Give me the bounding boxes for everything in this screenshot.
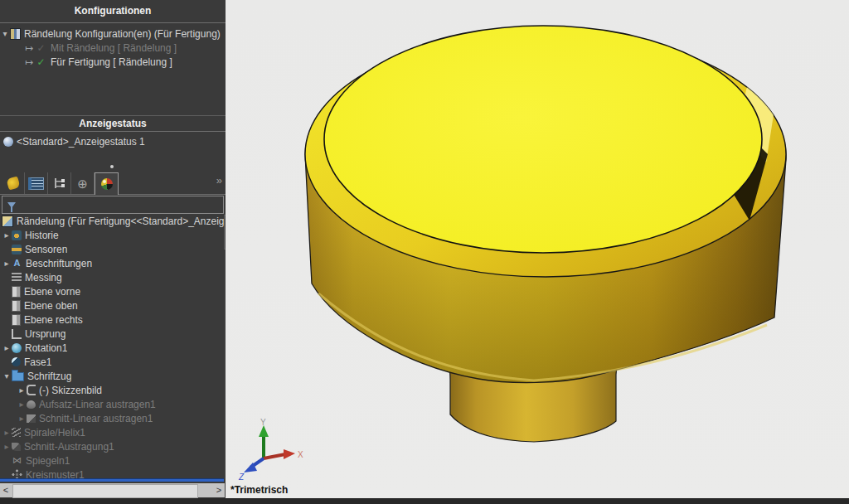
config-label: Mit Rändelung [ Rändelung ] bbox=[51, 42, 177, 54]
expand-caret-icon[interactable]: ▸ bbox=[2, 428, 12, 437]
tab-overflow-chevron-icon[interactable]: » bbox=[216, 174, 222, 187]
tree-item-messing[interactable]: Messing bbox=[2, 270, 224, 284]
tree-item-schriftzug[interactable]: ▾ Schriftzug bbox=[2, 369, 224, 383]
tree-item-skizzenbild[interactable]: ▸ (-) Skizzenbild bbox=[2, 383, 224, 397]
branch-icon: ↦ bbox=[23, 42, 35, 54]
dimxpert-target-icon: ⊕ bbox=[77, 177, 88, 190]
helix-icon bbox=[12, 428, 21, 437]
triad-z-label: Z bbox=[238, 472, 245, 482]
folder-icon bbox=[12, 372, 24, 381]
tree-item-sensoren[interactable]: Sensoren bbox=[2, 242, 224, 256]
tree-item-label: Aufsatz-Linear austragen1 bbox=[39, 399, 156, 410]
x-axis-arrow-icon bbox=[284, 449, 295, 459]
pane-splitter-handle[interactable] bbox=[110, 165, 114, 168]
tree-item-label: Beschriftungen bbox=[26, 258, 92, 269]
plane-icon bbox=[12, 286, 21, 298]
collapse-caret-icon[interactable]: ▾ bbox=[0, 29, 10, 38]
tree-item-label: Fase1 bbox=[24, 356, 51, 368]
annotations-icon: A bbox=[12, 258, 22, 269]
swept-cut-icon bbox=[12, 443, 21, 451]
tree-item-aufsatz-linear-austragen1[interactable]: ▸ Aufsatz-Linear austragen1 bbox=[2, 397, 224, 411]
tree-item-label: Spiegeln1 bbox=[26, 455, 70, 467]
triad-x-label: X bbox=[298, 450, 303, 459]
expand-caret-icon[interactable]: ▸ bbox=[2, 343, 12, 352]
tree-item-fase1[interactable]: Fase1 bbox=[2, 355, 224, 369]
config-root-row[interactable]: ▾ Rändelung Konfiguration(en) (Für Ferti… bbox=[0, 27, 226, 41]
tree-item-label: Ebene rechts bbox=[24, 314, 83, 326]
tree-root-row[interactable]: Rändelung (Für Fertigung<<Standard>_Anze… bbox=[2, 214, 224, 228]
tree-item-ursprung[interactable]: Ursprung bbox=[2, 327, 224, 341]
revolve-feature-icon bbox=[12, 343, 22, 353]
tree-item-label: Schnitt-Linear austragen1 bbox=[39, 413, 153, 424]
tab-dimxpert-manager[interactable]: ⊕ bbox=[71, 172, 95, 194]
tree-item-historie[interactable]: ▸ Historie bbox=[2, 228, 224, 242]
material-icon bbox=[12, 273, 22, 282]
expand-caret-icon[interactable]: ▸ bbox=[2, 259, 12, 268]
branch-icon: ↦ bbox=[23, 56, 35, 68]
tree-item-rotation1[interactable]: ▸ Rotation1 bbox=[2, 341, 224, 355]
active-check-icon: ✓ bbox=[35, 56, 47, 68]
part-icon bbox=[2, 216, 13, 227]
tree-item-label: (-) Skizzenbild bbox=[39, 385, 102, 396]
expand-caret-icon[interactable]: ▸ bbox=[2, 442, 12, 451]
tree-item-label: Historie bbox=[25, 230, 59, 241]
plane-icon bbox=[12, 314, 21, 326]
knob-top-face bbox=[324, 26, 762, 253]
horizontal-scrollbar[interactable]: < > bbox=[0, 483, 225, 497]
tab-property-manager[interactable] bbox=[25, 172, 48, 194]
horizontal-scroll-thumb[interactable] bbox=[12, 484, 198, 498]
inactive-check-icon: ✓ bbox=[35, 42, 47, 54]
display-manager-sphere-icon bbox=[101, 178, 113, 190]
tree-item-ebene-rechts[interactable]: Ebene rechts bbox=[2, 313, 224, 327]
display-state-icon bbox=[3, 137, 13, 147]
tree-item-spirale-helix1[interactable]: ▸ Spirale/Helix1 bbox=[2, 425, 224, 439]
config-row-mit-raendelung[interactable]: ↦ ✓ Mit Rändelung [ Rändelung ] bbox=[0, 41, 226, 55]
tree-item-ebene-vorne[interactable]: Ebene vorne bbox=[2, 284, 224, 298]
tab-configuration-manager[interactable] bbox=[48, 172, 71, 194]
tree-item-beschriftungen[interactable]: ▸ A Beschriftungen bbox=[2, 256, 224, 270]
tree-item-spiegeln1[interactable]: ⋈ Spiegeln1 bbox=[2, 453, 224, 468]
tab-display-manager[interactable] bbox=[95, 172, 119, 195]
tree-item-label: Rotation1 bbox=[25, 342, 67, 354]
filter-funnel-icon bbox=[7, 202, 16, 208]
expand-caret-icon[interactable]: ▸ bbox=[17, 414, 27, 423]
property-manager-icon bbox=[28, 177, 44, 190]
boss-extrude-icon bbox=[27, 400, 36, 409]
sketch-icon bbox=[27, 385, 36, 395]
tree-item-ebene-oben[interactable]: Ebene oben bbox=[2, 298, 224, 313]
collapse-caret-icon[interactable]: ▾ bbox=[2, 371, 12, 380]
tree-item-label: Sensoren bbox=[25, 244, 67, 255]
plane-icon bbox=[12, 300, 21, 312]
graphics-viewport[interactable]: Y X Z *Trimetrisch bbox=[226, 0, 849, 498]
solidworks-window: Konfigurationen ▾ Rändelung Konfiguratio… bbox=[0, 0, 849, 504]
display-state-row[interactable]: <Standard>_Anzeigestatus 1 bbox=[3, 134, 222, 148]
tree-item-schnitt-austragung1[interactable]: ▸ Schnitt-Austragung1 bbox=[2, 439, 224, 453]
tree-item-schnitt-linear-austragen1[interactable]: ▸ Schnitt-Linear austragen1 bbox=[2, 411, 224, 425]
rollback-bar[interactable] bbox=[0, 478, 225, 482]
configurations-icon bbox=[10, 28, 21, 40]
configurations-header: Konfigurationen bbox=[0, 0, 226, 23]
expand-caret-icon[interactable]: ▸ bbox=[17, 385, 27, 395]
scroll-right-arrow-icon[interactable]: > bbox=[213, 483, 225, 497]
expand-caret-icon[interactable]: ▸ bbox=[17, 400, 27, 409]
coordinate-triad: Y X Z bbox=[235, 415, 310, 485]
scroll-left-arrow-icon[interactable]: < bbox=[0, 483, 12, 497]
display-states-header: Anzeigestatus bbox=[0, 115, 226, 132]
mirror-feature-icon: ⋈ bbox=[12, 455, 22, 466]
configuration-tree: ▾ Rändelung Konfiguration(en) (Für Ferti… bbox=[0, 27, 226, 69]
cut-extrude-icon bbox=[27, 414, 36, 423]
manager-tab-bar: ⊕ » bbox=[0, 172, 226, 195]
feature-manager-icon bbox=[6, 176, 20, 190]
tree-item-label: Ursprung bbox=[25, 328, 65, 340]
config-row-fuer-fertigung[interactable]: ↦ ✓ Für Fertigung [ Rändelung ] bbox=[0, 55, 226, 69]
tree-filter-input[interactable] bbox=[2, 196, 224, 214]
y-axis-arrow-icon bbox=[259, 425, 269, 437]
sensors-icon bbox=[12, 245, 22, 254]
history-folder-icon bbox=[12, 230, 22, 240]
tree-item-label: Messing bbox=[25, 272, 62, 284]
tab-feature-manager[interactable] bbox=[2, 172, 25, 194]
tree-item-label: Schnitt-Austragung1 bbox=[24, 441, 114, 453]
expand-caret-icon[interactable]: ▸ bbox=[2, 230, 12, 240]
display-state-label: <Standard>_Anzeigestatus 1 bbox=[17, 136, 145, 148]
triad-y-label: Y bbox=[260, 418, 266, 427]
